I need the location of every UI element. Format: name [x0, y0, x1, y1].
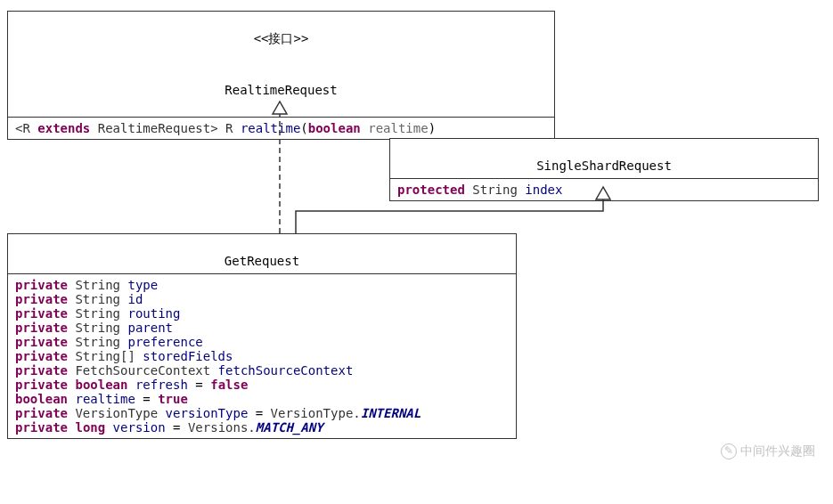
field-line: private String type — [15, 278, 509, 292]
field-line: private String id — [15, 292, 509, 306]
interface-name: RealtimeRequest — [15, 83, 547, 97]
shard-header: SingleShardRequest — [390, 139, 818, 179]
interface-realtimerequest: <<接口>> RealtimeRequest <R extends Realti… — [7, 11, 555, 140]
watermark-text: 中间件兴趣圈 — [740, 443, 815, 458]
shard-name: SingleShardRequest — [536, 159, 672, 173]
field-line: private String preference — [15, 335, 509, 349]
get-header: GetRequest — [8, 234, 516, 274]
shard-field: protected String index — [397, 183, 562, 197]
field-line: private FetchSourceContext fetchSourceCo… — [15, 363, 509, 378]
stereotype-label: <<接口>> — [15, 31, 547, 47]
field-line: private String[] storedFields — [15, 349, 509, 363]
watermark: ✎中间件兴趣圈 — [721, 443, 815, 459]
field-line: private String routing — [15, 306, 509, 321]
interface-header: <<接口>> RealtimeRequest — [8, 12, 554, 118]
class-getrequest: GetRequest private String typeprivate St… — [7, 233, 517, 439]
field-line: private boolean refresh = false — [15, 378, 509, 392]
field-line: private VersionType versionType = Versio… — [15, 406, 509, 420]
get-name: GetRequest — [225, 254, 299, 268]
field-line: private String parent — [15, 321, 509, 335]
shard-body: protected String index — [390, 179, 818, 200]
field-line: boolean realtime = true — [15, 392, 509, 406]
field-line: private long version = Versions.MATCH_AN… — [15, 420, 509, 435]
interface-body: <R extends RealtimeRequest> R realtime(b… — [8, 118, 554, 139]
class-singleshardrequest: SingleShardRequest protected String inde… — [389, 138, 819, 201]
get-body: private String typeprivate String idpriv… — [8, 274, 516, 438]
watermark-icon: ✎ — [721, 443, 737, 459]
method-signature: <R extends RealtimeRequest> R realtime(b… — [15, 121, 436, 135]
